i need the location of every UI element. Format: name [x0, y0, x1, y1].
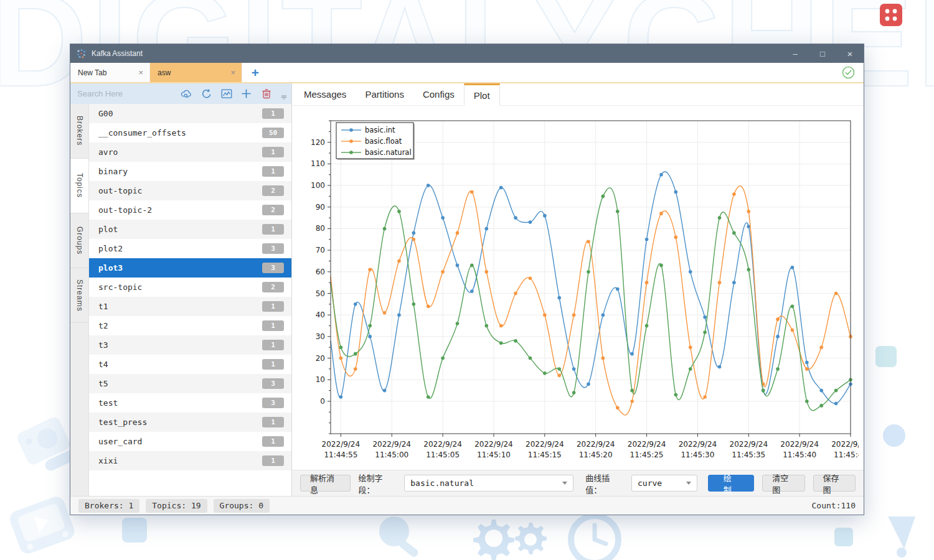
- topic-row-t5[interactable]: t53: [89, 374, 291, 393]
- tab-partitions[interactable]: Partitions: [356, 83, 413, 105]
- maximize-button[interactable]: □: [809, 44, 836, 63]
- topic-row-__consumer_offsets[interactable]: __consumer_offsets50: [89, 123, 291, 142]
- series-line-basic.int: [331, 172, 851, 404]
- search-input[interactable]: [77, 89, 172, 98]
- data-point-basic.float: [747, 210, 750, 213]
- data-point-basic.int: [484, 227, 488, 231]
- topic-row-src-topic[interactable]: src-topic2: [89, 278, 291, 297]
- data-point-basic.natural: [776, 367, 780, 371]
- data-point-basic.natural: [412, 302, 416, 306]
- save-plot-button[interactable]: 保存图: [813, 475, 856, 492]
- topic-row-user_card[interactable]: user_card1: [89, 432, 291, 451]
- clear-plot-button[interactable]: 清空图: [762, 475, 804, 492]
- data-point-basic.natural: [339, 345, 343, 349]
- y-axis-tick-label: 120: [311, 138, 325, 147]
- topic-row-out-topic[interactable]: out-topic2: [89, 181, 291, 200]
- parse-messages-button[interactable]: 解析消息: [300, 475, 351, 492]
- data-point-basic.int: [427, 184, 430, 187]
- topic-row-t2[interactable]: t21: [89, 316, 291, 335]
- field-select[interactable]: basic.natural: [404, 475, 573, 492]
- topic-row-plot[interactable]: plot1: [89, 220, 291, 239]
- data-point-basic.float: [659, 212, 663, 215]
- data-point-basic.float: [456, 231, 460, 235]
- data-point-basic.float: [427, 305, 430, 309]
- collapse-sort-icon[interactable]: [280, 92, 288, 104]
- data-point-basic.float: [339, 357, 343, 360]
- topic-name: test: [98, 398, 118, 408]
- close-button[interactable]: ×: [836, 44, 864, 63]
- data-point-basic.int: [499, 186, 503, 190]
- partition-count-badge: 1: [262, 301, 284, 312]
- topic-row-out-topic-2[interactable]: out-topic-22: [89, 200, 291, 220]
- tab-close-icon[interactable]: ×: [138, 68, 143, 77]
- topic-row-test[interactable]: test3: [89, 393, 291, 413]
- tab-label: asw: [158, 68, 171, 77]
- data-point-basic.int: [354, 302, 357, 306]
- data-point-basic.natural: [834, 389, 838, 393]
- tab-plot[interactable]: Plot: [464, 83, 500, 106]
- data-point-basic.float: [514, 292, 517, 296]
- plot-image-icon[interactable]: [220, 88, 232, 100]
- topic-row-xixi[interactable]: xixi1: [89, 451, 291, 470]
- tab-close-icon[interactable]: ×: [230, 68, 235, 77]
- topic-row-plot2[interactable]: plot23: [89, 239, 291, 258]
- y-axis-tick-label: 0: [320, 397, 325, 406]
- topic-row-plot3[interactable]: plot33: [89, 258, 291, 278]
- topic-row-G00[interactable]: G001: [89, 104, 291, 123]
- topic-row-t4[interactable]: t41: [89, 355, 291, 374]
- sidebar-rail-brokers[interactable]: Brokers: [70, 104, 88, 159]
- topic-row-avro[interactable]: avro1: [89, 142, 291, 162]
- topic-list: G001__consumer_offsets50avro1binary1out-…: [89, 104, 291, 496]
- minimize-button[interactable]: –: [781, 44, 809, 63]
- data-point-basic.float: [819, 345, 823, 349]
- data-point-basic.float: [499, 324, 503, 328]
- partition-count-badge: 1: [262, 417, 284, 427]
- x-axis-date-label: 2022/9/24: [831, 440, 859, 449]
- interpolation-select-value: curve: [638, 478, 662, 488]
- tab-configs[interactable]: Configs: [413, 83, 464, 105]
- data-point-basic.natural: [762, 389, 765, 393]
- check-circle-icon[interactable]: [842, 66, 855, 79]
- topic-name: G00: [98, 109, 113, 118]
- topic-row-t3[interactable]: t31: [89, 335, 291, 355]
- series-line-basic.float: [331, 186, 851, 415]
- data-point-basic.natural: [397, 210, 401, 213]
- app-grid-icon: [879, 3, 903, 27]
- sidebar-rail-groups[interactable]: Groups: [70, 213, 88, 268]
- x-axis-date-label: 2022/9/24: [730, 440, 768, 449]
- tab-messages[interactable]: Messages: [295, 83, 356, 105]
- y-axis-tick-label: 10: [316, 375, 325, 384]
- topic-row-t1[interactable]: t11: [89, 297, 291, 316]
- watermark-magnifier-icon: [370, 515, 427, 560]
- field-select-value: basic.natural: [410, 478, 474, 488]
- x-axis-time-label: 11:45:05: [426, 450, 460, 459]
- refresh-icon[interactable]: [200, 88, 212, 100]
- status-badge: Groups: 0: [214, 499, 270, 513]
- sidebar-rail-streams[interactable]: Streams: [70, 268, 88, 323]
- watermark-teal-dot: [834, 528, 853, 546]
- topic-row-binary[interactable]: binary1: [89, 162, 291, 181]
- interpolation-select[interactable]: curve: [631, 475, 697, 492]
- partition-count-badge: 1: [262, 455, 284, 466]
- add-tab-button[interactable]: +: [242, 63, 268, 82]
- left-panel: BrokersTopicsGroupsStreams G001__consume…: [70, 83, 292, 496]
- partition-count-badge: 1: [262, 147, 284, 157]
- tab-new-tab[interactable]: New Tab×: [70, 63, 150, 82]
- data-point-basic.float: [689, 345, 692, 349]
- data-point-basic.natural: [441, 357, 445, 360]
- tab-asw[interactable]: asw×: [150, 63, 242, 82]
- partition-count-badge: 3: [262, 398, 284, 408]
- draw-button[interactable]: 绘制: [708, 475, 754, 492]
- cloud-search-icon[interactable]: [181, 88, 192, 100]
- data-point-basic.float: [354, 367, 357, 371]
- delete-icon[interactable]: [260, 88, 272, 100]
- topic-row-test_press[interactable]: test_press1: [89, 413, 291, 432]
- add-icon[interactable]: [240, 88, 252, 100]
- x-axis-time-label: 11:45:30: [681, 450, 714, 459]
- topic-name: plot2: [98, 244, 123, 253]
- data-point-basic.natural: [674, 393, 678, 397]
- data-point-basic.natural: [499, 342, 503, 345]
- data-point-basic.natural: [703, 330, 707, 334]
- topic-name: plot: [98, 225, 118, 234]
- sidebar-rail-topics[interactable]: Topics: [70, 159, 88, 213]
